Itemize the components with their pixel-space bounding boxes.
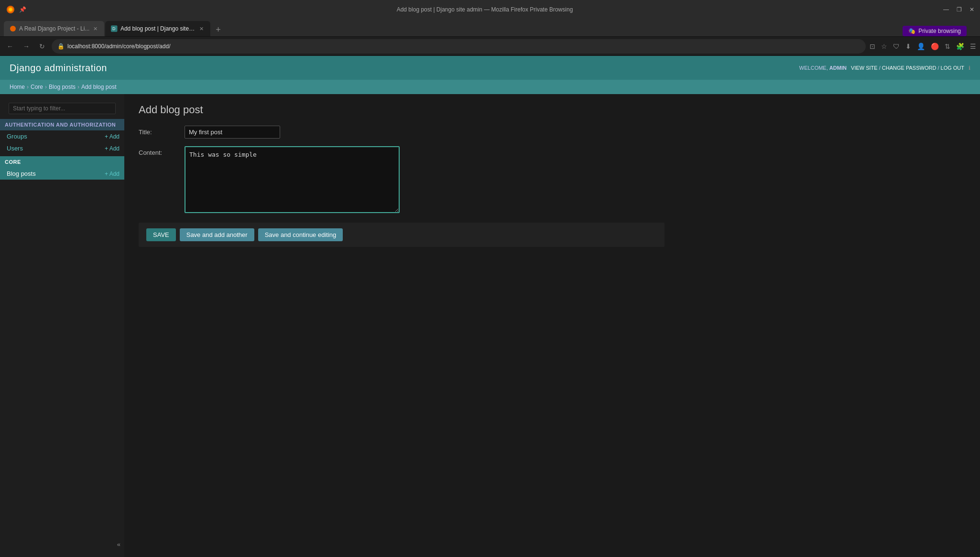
title-field (185, 126, 966, 139)
save-button[interactable]: SAVE (146, 228, 176, 241)
content-form-row: Content: (139, 146, 966, 213)
browser-chrome: 📌 Add blog post | Django site admin — Mo… (0, 0, 980, 56)
url-text: localhost:8000/admin/core/blogpost/add/ (67, 43, 170, 50)
admin-user-info: WELCOME, ADMIN VIEW SITE / CHANGE PASSWO… (799, 65, 970, 71)
tab-label: A Real Django Project - Li... (19, 25, 89, 32)
svg-point-3 (10, 26, 16, 32)
groups-label: Groups (7, 133, 27, 140)
tab-active-label: Add blog post | Django site a... (120, 25, 196, 32)
title-label: Title: (139, 126, 177, 136)
breadcrumb-blog-posts[interactable]: Blog posts (49, 84, 76, 90)
star-icon[interactable]: ☆ (881, 43, 887, 50)
log-out-link[interactable]: LOG OUT (941, 65, 964, 71)
new-tab-button[interactable]: + (211, 23, 225, 36)
address-bar: ← → ↻ 🔒 localhost:8000/admin/core/blogpo… (0, 36, 980, 55)
title-bar-left: 📌 (6, 5, 26, 14)
main-layout: AUTHENTICATION AND AUTHORIZATION Groups … (0, 94, 980, 557)
breadcrumb-core[interactable]: Core (31, 84, 43, 90)
sidebar-item-users[interactable]: Users + Add (0, 142, 124, 154)
sidebar-core-header: CORE (0, 156, 124, 168)
breadcrumb: Home › Core › Blog posts › Add blog post (0, 80, 980, 94)
tab-favicon (10, 25, 16, 32)
tab-active-favicon: D (111, 25, 118, 32)
window-title: Add blog post | Django site admin — Mozi… (26, 6, 943, 13)
form-container: Title: Content: (139, 126, 966, 213)
bookmark-icon[interactable]: ⊡ (870, 43, 875, 50)
addon-icon[interactable]: 🔴 (931, 43, 939, 50)
address-icons: ⊡ ☆ 🛡 ⬇ 👤 🔴 ⇅ 🧩 ☰ (870, 43, 976, 50)
content-area: Add blog post Title: Content: SAVE Save … (124, 94, 980, 557)
restore-icon[interactable]: ❐ (957, 6, 962, 13)
breadcrumb-current: Add blog post (81, 84, 116, 90)
svg-text:D: D (112, 26, 115, 31)
content-label: Content: (139, 146, 177, 156)
account-icon[interactable]: 👤 (917, 43, 925, 50)
sidebar-auth-header: AUTHENTICATION AND AUTHORIZATION (0, 119, 124, 130)
info-icon: ℹ (969, 65, 970, 71)
view-site-link[interactable]: VIEW SITE (851, 65, 878, 71)
tab-inactive[interactable]: A Real Django Project - Li... ✕ (4, 21, 104, 36)
admin-header: Django administration WELCOME, ADMIN VIE… (0, 56, 980, 80)
lock-icon: 🔒 (57, 43, 65, 50)
sidebar: AUTHENTICATION AND AUTHORIZATION Groups … (0, 94, 124, 557)
sidebar-filter-container (4, 100, 120, 117)
title-bar: 📌 Add blog post | Django site admin — Mo… (0, 0, 980, 19)
page-title: Add blog post (139, 104, 966, 116)
minimize-icon[interactable]: — (943, 6, 949, 13)
sidebar-collapse-btn[interactable]: « (115, 539, 122, 550)
pin-icon: 📌 (19, 6, 26, 13)
action-bar: SAVE Save and add another Save and conti… (139, 223, 664, 247)
tab-overflow: 🎭 Private browsing (903, 26, 976, 36)
save-add-another-button[interactable]: Save and add another (180, 228, 254, 241)
users-label: Users (7, 145, 23, 152)
title-form-row: Title: (139, 126, 966, 139)
url-bar[interactable]: 🔒 localhost:8000/admin/core/blogpost/add… (52, 39, 866, 54)
content-field (185, 146, 966, 213)
breadcrumb-sep-1: › (27, 84, 29, 90)
sidebar-filter-input[interactable] (9, 103, 116, 114)
close-icon[interactable]: ✕ (969, 6, 974, 13)
sync-icon[interactable]: ⇅ (945, 43, 950, 50)
tab-close-btn[interactable]: ✕ (92, 26, 98, 32)
extensions-icon[interactable]: 🧩 (956, 43, 964, 50)
back-button[interactable]: ← (4, 41, 16, 52)
private-browsing-badge: 🎭 Private browsing (903, 26, 967, 36)
svg-point-2 (9, 8, 12, 11)
forward-button[interactable]: → (20, 41, 33, 52)
sidebar-item-groups[interactable]: Groups + Add (0, 130, 124, 142)
change-password-link[interactable]: CHANGE PASSWORD (882, 65, 936, 71)
breadcrumb-home[interactable]: Home (10, 84, 25, 90)
admin-title: Django administration (10, 63, 107, 74)
tab-active[interactable]: D Add blog post | Django site a... ✕ (105, 21, 210, 36)
users-add-link[interactable]: + Add (105, 145, 120, 152)
admin-username: ADMIN (829, 65, 847, 71)
breadcrumb-sep-3: › (77, 84, 79, 90)
groups-add-link[interactable]: + Add (105, 133, 120, 140)
download-icon[interactable]: ⬇ (905, 43, 911, 50)
sidebar-auth-group: Groups + Add Users + Add (0, 130, 124, 154)
content-textarea[interactable] (185, 146, 400, 213)
sidebar-item-blog-posts[interactable]: Blog posts + Add (0, 168, 124, 180)
save-continue-button[interactable]: Save and continue editing (258, 228, 343, 241)
firefox-logo (6, 5, 15, 14)
reload-button[interactable]: ↻ (36, 41, 48, 52)
window-controls: — ❐ ✕ (943, 6, 974, 13)
sidebar-core-group: Blog posts + Add (0, 168, 124, 180)
private-mask-icon: 🎭 (908, 28, 915, 34)
container-icon[interactable]: 🛡 (893, 43, 900, 50)
blog-posts-label: Blog posts (7, 170, 36, 177)
tabs-bar: A Real Django Project - Li... ✕ D Add bl… (0, 19, 980, 36)
menu-button[interactable]: ☰ (970, 43, 976, 50)
title-input[interactable] (185, 126, 280, 139)
tab-active-close-btn[interactable]: ✕ (198, 26, 205, 32)
blog-posts-add-link[interactable]: + Add (105, 171, 120, 177)
breadcrumb-sep-2: › (45, 84, 47, 90)
